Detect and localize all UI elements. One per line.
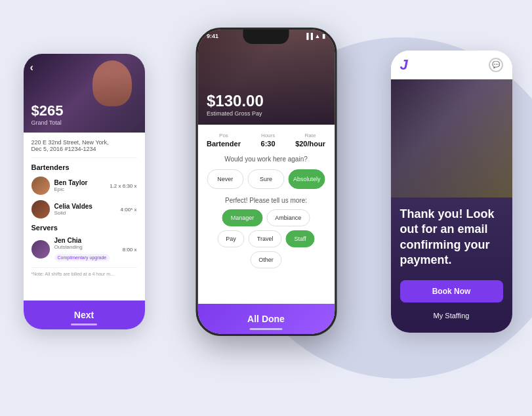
right-person-image <box>391 79 512 198</box>
stat-hours: Hours 6:30 <box>261 133 276 148</box>
address-text: 220 E 32nd Street, New York, <box>31 139 137 146</box>
billing-note: *Note: All shifts are billed at a 4 hour… <box>31 267 137 276</box>
tag-manager[interactable]: Manager <box>222 209 263 226</box>
center-home-indicator <box>250 328 283 330</box>
center-phone-inner: 9:41 ▐▐ ▲ ▮ $130.00 Estimated Gross Pay … <box>197 30 335 334</box>
staff-item-jen: Jen Chia Outstanding Complimentary upgra… <box>31 237 137 262</box>
pay-amount: $130.00 <box>207 92 264 110</box>
staff-info-celia: Celia Valdes Solid <box>54 203 121 216</box>
phones-container: ‹ $265 Grand Total 220 E 32nd Street, Ne… <box>10 14 522 402</box>
staff-info-ben: Ben Taylor Epic <box>54 179 110 192</box>
upgrade-badge: Complimentary upgrade <box>54 254 110 261</box>
phone-right: J 💬 Thank you! Look out for an email con… <box>391 51 512 333</box>
staff-role-celia: Solid <box>54 210 121 216</box>
tag-travel[interactable]: Travel <box>249 230 282 247</box>
staff-hours-celia: 4:00* x <box>121 207 137 213</box>
work-again-question: Would you work here again? <box>207 156 325 163</box>
staff-info-jen: Jen Chia Outstanding Complimentary upgra… <box>54 237 123 262</box>
stats-row: Pos Bartender Hours 6:30 Rate $20/hour <box>207 133 325 148</box>
staff-hours-jen: 8:00 x <box>123 247 137 253</box>
date-text: Dec 5, 2016 #1234-1234 <box>31 146 137 152</box>
thank-you-text: Thank you! Look out for an email confirm… <box>400 207 503 268</box>
phone-center: 9:41 ▐▐ ▲ ▮ $130.00 Estimated Gross Pay … <box>195 28 337 336</box>
tag-ambiance[interactable]: Ambiance <box>266 209 310 226</box>
home-indicator <box>71 323 97 325</box>
grand-total-label: Grand Total <box>31 119 64 126</box>
avatar-ben <box>31 177 50 195</box>
tag-staff[interactable]: Staff <box>285 230 314 247</box>
hours-value: 6:30 <box>261 140 276 148</box>
chat-icon[interactable]: 💬 <box>489 58 503 72</box>
staff-name-jen: Jen Chia <box>54 237 123 244</box>
status-bar: 9:41 ▐▐ ▲ ▮ <box>197 33 335 39</box>
center-phone-body: Pos Bartender Hours 6:30 Rate $20/hour W… <box>197 125 335 276</box>
pay-label: Estimated Gross Pay <box>207 110 264 117</box>
pos-label: Pos <box>207 133 241 138</box>
avatar-jen <box>31 240 50 259</box>
rating-absolutely[interactable]: Absolutely <box>289 169 325 189</box>
header-person-image <box>92 60 132 106</box>
staff-item-celia: Celia Valdes Solid 4:00* x <box>31 200 137 218</box>
image-overlay <box>391 79 512 198</box>
my-staffing-button[interactable]: My Staffing <box>400 308 503 323</box>
tag-other[interactable]: Other <box>250 251 282 268</box>
staff-role-jen: Outstanding <box>54 244 123 250</box>
stat-pos: Pos Bartender <box>207 133 241 148</box>
right-phone-header: J 💬 <box>391 51 512 79</box>
bartenders-section-title: Bartenders <box>31 163 137 171</box>
staff-name-ben: Ben Taylor <box>54 179 110 186</box>
tags-grid: Manager Ambiance Pay Travel Staff Other <box>207 209 325 268</box>
grand-total-amount: $265 <box>31 102 64 119</box>
hours-label: Hours <box>261 133 276 138</box>
rating-sure[interactable]: Sure <box>247 169 284 189</box>
book-now-button[interactable]: Book Now <box>400 280 503 302</box>
servers-section-title: Servers <box>31 224 137 232</box>
rating-never[interactable]: Never <box>207 169 243 189</box>
rating-row: Never Sure Absolutely <box>207 169 325 189</box>
address-info: 220 E 32nd Street, New York, Dec 5, 2016… <box>31 139 137 158</box>
stat-rate: Rate $20/hour <box>295 133 325 148</box>
staff-item-ben: Ben Taylor Epic 1.2 x 6:30 x <box>31 177 137 195</box>
status-icons: ▐▐ ▲ ▮ <box>304 33 325 39</box>
staff-hours-ben: 1.2 x 6:30 x <box>110 183 136 189</box>
rate-value: $20/hour <box>295 140 325 148</box>
staff-role-ben: Epic <box>54 186 110 192</box>
more-label: Perfect! Please tell us more: <box>207 197 325 204</box>
tag-pay[interactable]: Pay <box>217 230 245 247</box>
app-logo: J <box>400 56 408 73</box>
left-phone-body: 220 E 32nd Street, New York, Dec 5, 2016… <box>24 133 145 283</box>
status-time: 9:41 <box>207 33 218 39</box>
back-button[interactable]: ‹ <box>30 62 33 73</box>
center-pay-info: $130.00 Estimated Gross Pay <box>207 92 264 117</box>
rate-label: Rate <box>295 133 325 138</box>
right-phone-body: Thank you! Look out for an email confirm… <box>391 198 512 333</box>
phone-left: ‹ $265 Grand Total 220 E 32nd Street, Ne… <box>24 54 145 329</box>
pos-value: Bartender <box>207 140 241 148</box>
staff-name-celia: Celia Valdes <box>54 203 121 210</box>
avatar-celia <box>31 200 50 218</box>
left-header-image: ‹ $265 Grand Total <box>24 54 145 133</box>
